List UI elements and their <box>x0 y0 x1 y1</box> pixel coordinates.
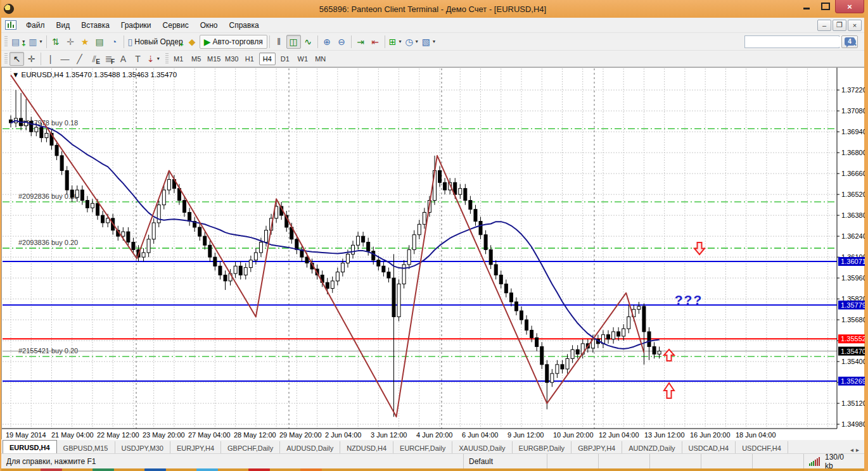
tabs-scroll-right-icon[interactable]: ▸ <box>856 446 859 453</box>
bar-chart-button[interactable]: ‖ <box>272 35 286 49</box>
time-axis-label: 9 Jun 12:00 <box>507 431 544 439</box>
chart-tab-eurchf-daily[interactable]: EURCHF,Daily <box>393 441 452 453</box>
price-tick-label: 1.34980 <box>841 420 865 428</box>
timeframe-m30-button[interactable]: M30 <box>224 53 240 65</box>
chart-ohlc-header[interactable]: ▼ EURUSD,H4 1.35470 1.35488 1.35463 1.35… <box>12 71 177 78</box>
mdi-close-button[interactable]: × <box>848 20 862 31</box>
taskbar-app-icon[interactable] <box>144 468 166 471</box>
chart-shift-button[interactable]: ⇤ <box>368 35 383 49</box>
channel-button[interactable]: ⫽E <box>87 52 101 66</box>
trendline-button[interactable]: ╱ <box>72 52 87 66</box>
templates-button[interactable]: ▧▾ <box>420 35 437 49</box>
status-empty-cell <box>547 454 599 468</box>
line-chart-button[interactable]: ∿ <box>301 35 316 49</box>
close-button[interactable]: × <box>835 0 864 13</box>
taskbar-app-icon[interactable] <box>93 468 114 471</box>
text-icon: A <box>120 54 126 63</box>
zoom-out-button[interactable]: ⊖ <box>335 35 349 49</box>
dropdown-caret-icon[interactable]: ▾ <box>433 39 435 44</box>
candle-body <box>489 249 492 265</box>
chart-tab-usdchf-h4[interactable]: USDCHF,H4 <box>736 441 788 453</box>
dropdown-caret-icon[interactable]: ▾ <box>157 56 160 61</box>
taskbar-app-icon[interactable] <box>300 468 322 471</box>
chart-tab-usdjpy-m30[interactable]: USDJPY,M30 <box>115 441 170 453</box>
chart-tab-gbpjpy-h4[interactable]: GBPJPY,H4 <box>571 441 622 453</box>
chart-tab-gbpusd-m15[interactable]: GBPUSD,M15 <box>57 441 115 453</box>
taskbar-app-icon[interactable] <box>248 468 270 471</box>
timeframe-d1-button[interactable]: D1 <box>277 53 293 65</box>
dropdown-caret-icon[interactable]: ▾ <box>399 39 401 44</box>
candlestick-chart-button[interactable]: ◫ <box>286 35 301 49</box>
toolbar-grip[interactable] <box>4 53 8 65</box>
menu-окно[interactable]: Окно <box>195 19 224 32</box>
chart-tab-gbpchf-daily[interactable]: GBPCHF,Daily <box>221 441 280 453</box>
tabs-scroll-left-icon[interactable]: ◂ <box>850 446 853 453</box>
maximize-button[interactable] <box>816 0 835 12</box>
fibonacci-button[interactable]: ≣F <box>101 52 116 66</box>
menu-вид[interactable]: Вид <box>51 19 76 32</box>
mdi-minimize-button[interactable]: – <box>817 20 831 31</box>
chart-tab-audnzd-daily[interactable]: AUDNZD,Daily <box>622 441 682 453</box>
timeframe-mn-button[interactable]: MN <box>312 53 329 65</box>
strategy-tester-button[interactable]: ◔ <box>107 35 122 49</box>
chart-tab-eurusd-h4[interactable]: EURUSD,H4 <box>3 440 57 453</box>
auto-scroll-button[interactable]: ⇥ <box>354 35 368 49</box>
taskbar-app-icon[interactable] <box>41 468 62 471</box>
timeframe-m15-button[interactable]: M15 <box>206 53 222 65</box>
arrows-button[interactable]: ⇣▾ <box>145 52 162 66</box>
new-order-button[interactable]: ▯+Новый Ордер <box>126 35 185 49</box>
search-input[interactable] <box>745 37 848 47</box>
toolbar-separator <box>269 35 270 48</box>
candle-body <box>530 330 533 338</box>
chart-tab-nzdusd-h4[interactable]: NZDUSD,H4 <box>340 441 393 453</box>
data-window-button[interactable]: ✛ <box>63 35 78 49</box>
status-profile[interactable]: Default <box>464 454 547 468</box>
vertical-line-button[interactable]: | <box>43 52 58 66</box>
chart-tab-audusd-daily[interactable]: AUDUSD,Daily <box>280 441 340 453</box>
candle-body <box>331 281 334 289</box>
auto-trading-button[interactable]: ▶Авто-торговля <box>200 35 267 49</box>
timeframe-h1-button[interactable]: H1 <box>241 53 258 65</box>
terminal-button[interactable]: ▤ <box>93 35 107 49</box>
timeframe-m1-button[interactable]: M1 <box>170 53 187 65</box>
zoom-in-button[interactable]: ⊕ <box>320 35 335 49</box>
periods-button[interactable]: ◷▾ <box>403 35 419 49</box>
chart-tab-eurgbp-daily[interactable]: EURGBP,Daily <box>513 441 572 453</box>
candle-body <box>459 189 462 194</box>
new-chart-button[interactable]: ▤+▾ <box>10 35 27 49</box>
up-arrow-object[interactable] <box>664 383 674 398</box>
crosshair-tool-button[interactable]: ✛ <box>24 52 39 66</box>
navigator-button[interactable]: ★ <box>78 35 93 49</box>
menu-вставка[interactable]: Вставка <box>75 19 115 32</box>
timeframe-h4-button[interactable]: H4 <box>259 53 276 65</box>
down-arrow-object[interactable] <box>694 242 705 254</box>
dropdown-caret-icon[interactable]: ▾ <box>39 39 42 44</box>
profiles-button[interactable]: ▥▾ <box>27 35 44 49</box>
zigzag-line[interactable] <box>11 75 644 417</box>
timeframe-m5-button[interactable]: M5 <box>188 53 205 65</box>
expert-advisors-button[interactable]: ◆ <box>185 35 200 49</box>
chart-tab-xauusd-daily[interactable]: XAUUSD,Daily <box>452 441 512 453</box>
question-annotation[interactable]: ??? <box>675 292 703 307</box>
candle-body <box>91 203 94 208</box>
timeframe-w1-button[interactable]: W1 <box>295 53 311 65</box>
menu-справка[interactable]: Справка <box>224 19 265 32</box>
cursor-tool-button[interactable]: ↖ <box>10 52 24 66</box>
menu-графики[interactable]: Графики <box>115 19 157 32</box>
chart-tab-usdcad-h4[interactable]: USDCAD,H4 <box>682 441 736 453</box>
horizontal-line-button[interactable]: — <box>58 52 72 66</box>
dropdown-caret-icon[interactable]: ▾ <box>416 39 418 44</box>
chart-tab-eurjpy-h4[interactable]: EURJPY,H4 <box>170 441 221 453</box>
toolbar-grip[interactable] <box>165 53 169 65</box>
minimize-button[interactable] <box>797 0 816 12</box>
market-watch-button[interactable]: ⇅ <box>49 35 63 49</box>
toolbar-grip[interactable] <box>4 36 8 47</box>
text-button[interactable]: A <box>116 52 131 66</box>
menu-сервис[interactable]: Сервис <box>157 19 195 32</box>
mdi-restore-button[interactable]: ❐ <box>833 20 846 31</box>
indicators-button[interactable]: ⊞▾ <box>387 35 404 49</box>
taskbar-app-icon[interactable] <box>196 468 218 471</box>
menu-файл[interactable]: Файл <box>20 19 51 32</box>
chart-area[interactable]: 1.372201.370801.369401.368001.366601.365… <box>1 67 864 439</box>
text-label-button[interactable]: T <box>131 52 145 66</box>
